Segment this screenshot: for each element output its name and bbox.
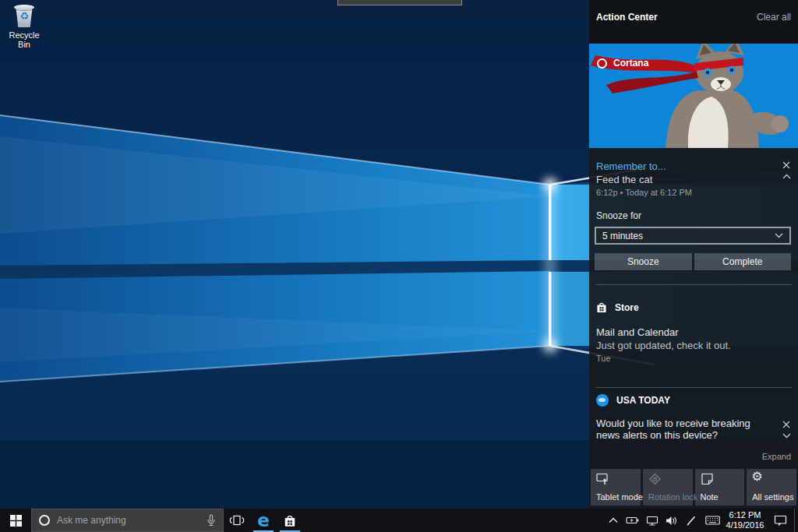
pen-icon: [685, 515, 697, 527]
reminder-actions: Snooze Complete: [595, 253, 791, 270]
snooze-button[interactable]: Snooze: [595, 253, 692, 270]
battery-status-button[interactable]: [623, 509, 642, 532]
clock-date: 4/19/2016: [724, 520, 766, 530]
complete-button[interactable]: Complete: [694, 253, 792, 270]
clock[interactable]: 6:12 PM 4/19/2016: [724, 509, 766, 532]
taskbar: Ask me anything e: [0, 509, 798, 532]
touch-keyboard-button[interactable]: [701, 509, 724, 532]
usa-today-body: Would you like to receive breaking news …: [596, 417, 766, 441]
usa-today-expand-chevron-icon[interactable]: [781, 430, 792, 441]
show-hidden-icons-button[interactable]: [603, 509, 623, 532]
cortana-icon: [597, 58, 607, 69]
reminder-body: Feed the cat: [596, 174, 652, 185]
speaker-icon: [666, 516, 677, 526]
note-tile[interactable]: Note: [695, 469, 745, 506]
all-settings-label: All settings: [752, 492, 793, 502]
gear-icon: ⚙: [751, 470, 762, 483]
snooze-for-label: Snooze for: [596, 210, 641, 221]
store-notification[interactable]: Store Mail and Calendar Just got updated…: [589, 285, 798, 387]
clock-time: 6:12 PM: [724, 510, 766, 520]
store-item-time: Tue: [596, 354, 611, 363]
cortana-search-box[interactable]: Ask me anything: [31, 509, 224, 532]
reminder-close-icon[interactable]: [781, 160, 792, 171]
windows-logo-icon: [10, 515, 22, 527]
recycle-bin-icon: ♻: [14, 5, 34, 28]
tablet-mode-label: Tablet mode: [596, 492, 643, 502]
note-icon: [701, 473, 715, 485]
network-ethernet-icon: [646, 516, 659, 526]
edge-browser-button[interactable]: e: [250, 509, 277, 532]
recycle-symbol-icon: ♻: [14, 11, 34, 21]
background-window-edge[interactable]: [337, 0, 462, 5]
microphone-icon[interactable]: [207, 514, 216, 527]
pen-settings-button[interactable]: [681, 509, 701, 532]
rotation-lock-tile[interactable]: Rotation lock: [643, 469, 693, 506]
keyboard-icon: [705, 516, 720, 525]
reminder-timestamp: 6:12p • Today at 6:12 PM: [596, 188, 692, 197]
store-bag-icon: [284, 514, 296, 527]
network-status-button[interactable]: [642, 509, 662, 532]
usa-today-app-name: USA TODAY: [616, 395, 670, 406]
action-center-header: Action Center Clear all: [589, 0, 798, 44]
snooze-duration-dropdown[interactable]: 5 minutes: [595, 227, 791, 245]
recycle-bin-label: Recycle Bin: [2, 30, 47, 49]
store-button[interactable]: [277, 509, 303, 532]
usa-today-group-header: USA TODAY: [596, 394, 670, 407]
store-item-title: Mail and Calendar: [596, 326, 679, 338]
cortana-banner-notification[interactable]: Cortana: [589, 44, 798, 148]
start-button[interactable]: [0, 509, 31, 532]
action-center-panel: Action Center Clear all: [589, 0, 798, 509]
banner-app-row: Cortana: [597, 58, 648, 69]
tablet-mode-icon: [596, 473, 610, 485]
reminder-collapse-chevron-icon[interactable]: [781, 171, 792, 181]
clear-all-button[interactable]: Clear all: [757, 12, 791, 23]
show-desktop-strip[interactable]: [794, 509, 798, 532]
notification-bubble-icon: [774, 515, 787, 527]
store-app-name: Store: [615, 302, 639, 313]
edge-icon: e: [257, 512, 270, 530]
rotation-lock-icon: [648, 473, 662, 485]
rotation-lock-label: Rotation lock: [648, 492, 698, 502]
quick-actions-bar: Tablet mode Rotation lock Note ⚙ Al: [591, 469, 796, 506]
all-settings-tile[interactable]: ⚙ All settings: [747, 469, 796, 506]
search-placeholder: Ask me anything: [57, 515, 207, 526]
system-tray: 6:12 PM 4/19/2016: [603, 509, 798, 532]
volume-button[interactable]: [662, 509, 681, 532]
reminder-title: Remember to...: [596, 160, 666, 172]
banner-app-name: Cortana: [613, 58, 648, 69]
snooze-duration-value: 5 minutes: [596, 231, 775, 241]
store-bag-icon: [596, 301, 607, 313]
dropdown-chevron-down-icon: [775, 233, 789, 238]
recycle-bin-rim: [14, 5, 34, 10]
reminder-notification[interactable]: Remember to... Feed the cat 6:12p • Toda…: [589, 148, 798, 284]
windows-desktop: ♻ Recycle Bin Action Center Clear all: [0, 0, 798, 532]
note-label: Note: [701, 492, 719, 502]
action-center-button[interactable]: [766, 509, 794, 532]
expand-link[interactable]: Expand: [762, 452, 791, 461]
usa-today-logo-icon: [596, 394, 609, 407]
action-center-title: Action Center: [596, 12, 658, 23]
recycle-bin[interactable]: ♻ Recycle Bin: [2, 5, 47, 49]
usa-today-close-icon[interactable]: [781, 419, 792, 430]
usa-today-notification[interactable]: USA TODAY Would you like to receive brea…: [589, 388, 798, 469]
battery-charging-icon: [626, 516, 639, 525]
chevron-up-icon: [609, 517, 618, 523]
store-group-header: Store: [596, 301, 639, 313]
task-view-icon: [229, 514, 245, 527]
store-item-body: Just got updated, check it out.: [596, 340, 731, 351]
task-view-button[interactable]: [224, 509, 250, 532]
cortana-icon: [39, 515, 50, 526]
tablet-mode-tile[interactable]: Tablet mode: [591, 469, 641, 506]
